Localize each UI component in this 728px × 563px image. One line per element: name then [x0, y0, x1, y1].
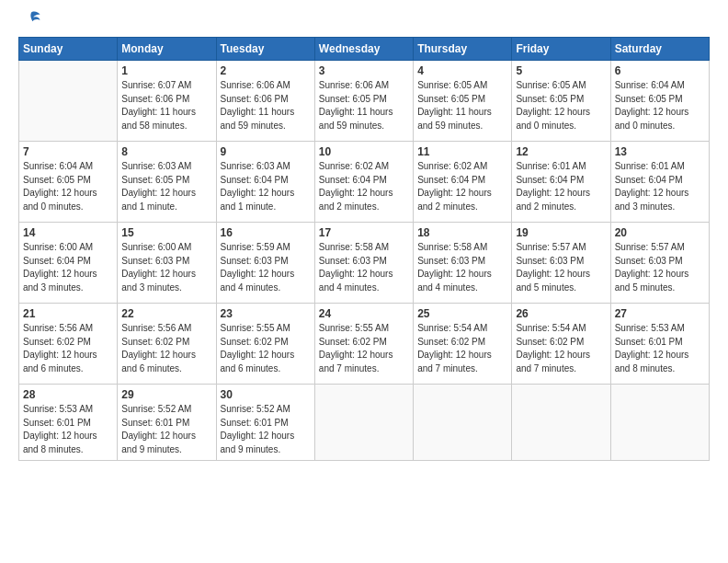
day-info: Sunrise: 5:56 AM Sunset: 6:02 PM Dayligh…: [23, 322, 113, 375]
day-number: 27: [615, 307, 705, 320]
calendar-cell: 13Sunrise: 6:01 AM Sunset: 6:04 PM Dayli…: [610, 142, 709, 223]
day-number: 2: [221, 64, 311, 77]
calendar-cell: [512, 385, 610, 461]
calendar-cell: [19, 61, 118, 142]
day-number: 5: [516, 64, 606, 77]
day-number: 21: [23, 307, 113, 320]
calendar-week-3: 14Sunrise: 6:00 AM Sunset: 6:04 PM Dayli…: [19, 223, 710, 304]
calendar-cell: 15Sunrise: 6:00 AM Sunset: 6:03 PM Dayli…: [118, 223, 216, 304]
calendar-cell: 5Sunrise: 6:05 AM Sunset: 6:05 PM Daylig…: [512, 61, 610, 142]
day-info: Sunrise: 6:05 AM Sunset: 6:05 PM Dayligh…: [417, 79, 507, 132]
day-number: 4: [417, 64, 507, 77]
day-info: Sunrise: 6:03 AM Sunset: 6:04 PM Dayligh…: [221, 160, 311, 213]
calendar-cell: 29Sunrise: 5:52 AM Sunset: 6:01 PM Dayli…: [118, 385, 216, 461]
calendar-cell: 11Sunrise: 6:02 AM Sunset: 6:04 PM Dayli…: [414, 142, 512, 223]
calendar-cell: 21Sunrise: 5:56 AM Sunset: 6:02 PM Dayli…: [19, 304, 118, 385]
calendar-week-4: 21Sunrise: 5:56 AM Sunset: 6:02 PM Dayli…: [19, 304, 710, 385]
day-info: Sunrise: 5:56 AM Sunset: 6:02 PM Dayligh…: [121, 322, 211, 375]
day-number: 18: [417, 226, 507, 239]
day-info: Sunrise: 6:03 AM Sunset: 6:05 PM Dayligh…: [121, 160, 211, 213]
day-number: 23: [221, 307, 311, 320]
day-number: 6: [615, 64, 705, 77]
calendar-header-tuesday: Tuesday: [216, 38, 314, 61]
day-info: Sunrise: 5:58 AM Sunset: 6:03 PM Dayligh…: [319, 241, 409, 294]
logo-bird-icon: [21, 9, 41, 29]
calendar-cell: 1Sunrise: 6:07 AM Sunset: 6:06 PM Daylig…: [118, 61, 216, 142]
calendar-cell: 7Sunrise: 6:04 AM Sunset: 6:05 PM Daylig…: [19, 142, 118, 223]
day-info: Sunrise: 6:02 AM Sunset: 6:04 PM Dayligh…: [417, 160, 507, 213]
calendar-cell: 2Sunrise: 6:06 AM Sunset: 6:06 PM Daylig…: [216, 61, 314, 142]
calendar-week-2: 7Sunrise: 6:04 AM Sunset: 6:05 PM Daylig…: [19, 142, 710, 223]
day-info: Sunrise: 6:04 AM Sunset: 6:05 PM Dayligh…: [23, 160, 113, 213]
day-info: Sunrise: 5:58 AM Sunset: 6:03 PM Dayligh…: [417, 241, 507, 294]
calendar-cell: 16Sunrise: 5:59 AM Sunset: 6:03 PM Dayli…: [216, 223, 314, 304]
calendar-cell: 3Sunrise: 6:06 AM Sunset: 6:05 PM Daylig…: [314, 61, 413, 142]
calendar-cell: 25Sunrise: 5:54 AM Sunset: 6:02 PM Dayli…: [414, 304, 512, 385]
calendar-cell: 20Sunrise: 5:57 AM Sunset: 6:03 PM Dayli…: [610, 223, 709, 304]
day-info: Sunrise: 6:01 AM Sunset: 6:04 PM Dayligh…: [516, 160, 606, 213]
day-number: 29: [121, 388, 211, 401]
day-info: Sunrise: 6:06 AM Sunset: 6:05 PM Dayligh…: [319, 79, 409, 132]
calendar-cell: 28Sunrise: 5:53 AM Sunset: 6:01 PM Dayli…: [19, 385, 118, 461]
calendar-header-sunday: Sunday: [19, 38, 118, 61]
day-number: 1: [121, 64, 211, 77]
day-info: Sunrise: 5:54 AM Sunset: 6:02 PM Dayligh…: [417, 322, 507, 375]
day-number: 13: [615, 145, 705, 158]
calendar-header-thursday: Thursday: [414, 38, 512, 61]
calendar-cell: 9Sunrise: 6:03 AM Sunset: 6:04 PM Daylig…: [216, 142, 314, 223]
calendar-cell: 30Sunrise: 5:52 AM Sunset: 6:01 PM Dayli…: [216, 385, 314, 461]
day-info: Sunrise: 5:53 AM Sunset: 6:01 PM Dayligh…: [23, 403, 113, 456]
calendar-header-row: SundayMondayTuesdayWednesdayThursdayFrid…: [19, 38, 710, 61]
calendar-cell: 8Sunrise: 6:03 AM Sunset: 6:05 PM Daylig…: [118, 142, 216, 223]
calendar-header-friday: Friday: [512, 38, 610, 61]
calendar-cell: 22Sunrise: 5:56 AM Sunset: 6:02 PM Dayli…: [118, 304, 216, 385]
calendar-cell: 19Sunrise: 5:57 AM Sunset: 6:03 PM Dayli…: [512, 223, 610, 304]
day-number: 28: [23, 388, 113, 401]
day-number: 8: [121, 145, 211, 158]
day-info: Sunrise: 5:57 AM Sunset: 6:03 PM Dayligh…: [516, 241, 606, 294]
day-info: Sunrise: 6:05 AM Sunset: 6:05 PM Dayligh…: [516, 79, 606, 132]
calendar-cell: 24Sunrise: 5:55 AM Sunset: 6:02 PM Dayli…: [314, 304, 413, 385]
calendar-header-monday: Monday: [118, 38, 216, 61]
calendar-cell: 17Sunrise: 5:58 AM Sunset: 6:03 PM Dayli…: [314, 223, 413, 304]
day-info: Sunrise: 5:54 AM Sunset: 6:02 PM Dayligh…: [516, 322, 606, 375]
day-info: Sunrise: 5:55 AM Sunset: 6:02 PM Dayligh…: [221, 322, 311, 375]
day-info: Sunrise: 5:53 AM Sunset: 6:01 PM Dayligh…: [615, 322, 705, 375]
day-number: 19: [516, 226, 606, 239]
day-number: 17: [319, 226, 409, 239]
day-number: 3: [319, 64, 409, 77]
day-number: 30: [221, 388, 311, 401]
calendar-cell: 6Sunrise: 6:04 AM Sunset: 6:05 PM Daylig…: [610, 61, 709, 142]
calendar-cell: 18Sunrise: 5:58 AM Sunset: 6:03 PM Dayli…: [414, 223, 512, 304]
day-number: 20: [615, 226, 705, 239]
day-info: Sunrise: 6:00 AM Sunset: 6:04 PM Dayligh…: [23, 241, 113, 294]
calendar-cell: 14Sunrise: 6:00 AM Sunset: 6:04 PM Dayli…: [19, 223, 118, 304]
day-info: Sunrise: 6:02 AM Sunset: 6:04 PM Dayligh…: [319, 160, 409, 213]
calendar-cell: [414, 385, 512, 461]
calendar-header-saturday: Saturday: [610, 38, 709, 61]
calendar-cell: 26Sunrise: 5:54 AM Sunset: 6:02 PM Dayli…: [512, 304, 610, 385]
calendar: SundayMondayTuesdayWednesdayThursdayFrid…: [18, 37, 710, 461]
calendar-cell: 12Sunrise: 6:01 AM Sunset: 6:04 PM Dayli…: [512, 142, 610, 223]
day-number: 25: [417, 307, 507, 320]
day-info: Sunrise: 5:57 AM Sunset: 6:03 PM Dayligh…: [615, 241, 705, 294]
day-number: 7: [23, 145, 113, 158]
day-number: 26: [516, 307, 606, 320]
day-number: 10: [319, 145, 409, 158]
day-info: Sunrise: 6:04 AM Sunset: 6:05 PM Dayligh…: [615, 79, 705, 132]
day-number: 15: [121, 226, 211, 239]
calendar-week-1: 1Sunrise: 6:07 AM Sunset: 6:06 PM Daylig…: [19, 61, 710, 142]
logo: [18, 17, 41, 29]
day-info: Sunrise: 6:06 AM Sunset: 6:06 PM Dayligh…: [221, 79, 311, 132]
header: [18, 17, 710, 29]
day-number: 22: [121, 307, 211, 320]
day-number: 9: [221, 145, 311, 158]
day-info: Sunrise: 5:52 AM Sunset: 6:01 PM Dayligh…: [221, 403, 311, 456]
calendar-cell: [314, 385, 413, 461]
calendar-cell: 10Sunrise: 6:02 AM Sunset: 6:04 PM Dayli…: [314, 142, 413, 223]
calendar-cell: 23Sunrise: 5:55 AM Sunset: 6:02 PM Dayli…: [216, 304, 314, 385]
calendar-cell: 27Sunrise: 5:53 AM Sunset: 6:01 PM Dayli…: [610, 304, 709, 385]
day-number: 12: [516, 145, 606, 158]
calendar-cell: 4Sunrise: 6:05 AM Sunset: 6:05 PM Daylig…: [414, 61, 512, 142]
day-number: 16: [221, 226, 311, 239]
